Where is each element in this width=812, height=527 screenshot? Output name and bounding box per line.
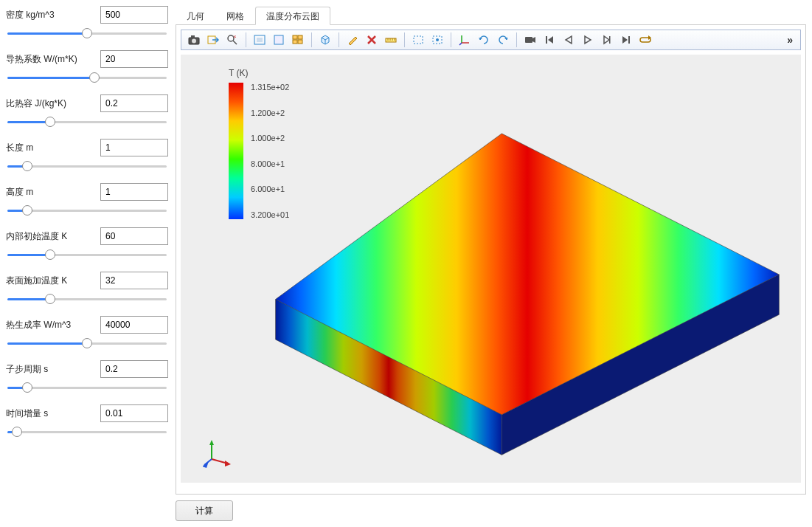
param-label: 表面施加温度 K: [6, 275, 67, 287]
param-group-3: 长度 m: [6, 139, 168, 173]
param-group-1: 导热系数 W/(m*K): [6, 50, 168, 84]
svg-marker-47: [203, 461, 209, 468]
param-group-7: 热生成率 W/m^3: [6, 316, 168, 350]
svg-rect-11: [298, 35, 302, 39]
param-slider[interactable]: [7, 165, 167, 168]
param-input[interactable]: [100, 139, 168, 156]
skip-start-icon[interactable]: [541, 32, 558, 48]
record-icon[interactable]: [522, 32, 538, 48]
svg-rect-8: [257, 38, 263, 42]
svg-point-21: [436, 38, 439, 41]
param-label: 密度 kg/m^3: [6, 9, 55, 21]
svg-marker-31: [566, 36, 572, 44]
param-slider[interactable]: [7, 254, 167, 256]
param-group-5: 内部初始温度 K: [6, 227, 168, 261]
tab-bar: 几何网格温度分布云图: [176, 6, 806, 25]
param-slider[interactable]: [7, 121, 167, 123]
param-label: 子步周期 s: [6, 363, 48, 376]
tab-0[interactable]: 几何: [176, 7, 215, 25]
render-viewport[interactable]: T (K) 1.315e+021.200e+21.000e+28.000e+16…: [181, 55, 801, 483]
svg-point-2: [192, 39, 196, 44]
step-back-icon[interactable]: [561, 32, 577, 48]
tab-2[interactable]: 温度分布云图: [255, 7, 330, 25]
box-icon[interactable]: [271, 32, 287, 48]
param-input[interactable]: [100, 183, 168, 201]
svg-line-24: [459, 43, 462, 45]
play-icon[interactable]: [580, 32, 596, 48]
param-input[interactable]: [100, 6, 168, 24]
select-region-icon[interactable]: [410, 32, 426, 48]
multi-view-icon[interactable]: [290, 32, 306, 48]
loop-icon[interactable]: [637, 32, 653, 48]
rotate-ccw-icon[interactable]: [495, 32, 511, 48]
param-input[interactable]: [100, 316, 168, 334]
svg-rect-9: [274, 35, 283, 44]
param-input[interactable]: [100, 360, 168, 378]
param-slider[interactable]: [7, 431, 167, 433]
visualization-panel: 几何网格温度分布云图 ×» T (K) 1.315e+021.200e+21.0…: [176, 6, 806, 521]
parameter-panel: 密度 kg/m^3导热系数 W/(m*K)比热容 J/(kg*K)长度 m高度 …: [6, 6, 168, 521]
export-icon[interactable]: [205, 32, 221, 48]
select-all-icon[interactable]: [429, 32, 445, 48]
svg-marker-35: [622, 36, 628, 44]
param-group-2: 比热容 J/(kg*K): [6, 94, 168, 128]
param-label: 比热容 J/(kg*K): [6, 97, 66, 110]
tab-1[interactable]: 网格: [215, 7, 255, 25]
param-slider[interactable]: [7, 32, 167, 35]
param-group-6: 表面施加温度 K: [6, 272, 168, 306]
svg-rect-27: [525, 37, 532, 43]
param-slider[interactable]: [7, 210, 167, 212]
param-group-4: 高度 m: [6, 183, 168, 217]
svg-rect-29: [546, 36, 547, 44]
param-input[interactable]: [100, 50, 168, 68]
camera-icon[interactable]: [186, 32, 202, 48]
svg-marker-45: [225, 461, 231, 466]
toolbar-separator: [339, 32, 339, 47]
svg-rect-19: [414, 36, 423, 44]
param-input[interactable]: [100, 404, 168, 422]
param-label: 长度 m: [6, 142, 33, 154]
svg-text:×: ×: [233, 34, 237, 40]
toolbar-separator: [516, 32, 517, 47]
svg-rect-1: [191, 35, 195, 38]
param-label: 高度 m: [6, 186, 33, 199]
svg-marker-33: [604, 36, 609, 44]
param-input[interactable]: [100, 94, 168, 112]
toolbar-separator: [311, 32, 312, 47]
toolbar-separator: [451, 32, 451, 47]
calculate-button[interactable]: 计算: [176, 500, 233, 521]
axes-icon[interactable]: [457, 32, 473, 48]
fit-view-icon[interactable]: [251, 32, 268, 48]
param-input[interactable]: [100, 227, 168, 245]
svg-rect-12: [293, 40, 297, 44]
toolbar-more[interactable]: »: [784, 34, 796, 46]
axes-triad-icon: [203, 438, 232, 468]
param-input[interactable]: [100, 272, 168, 289]
viz-container: ×» T (K) 1.315e+021.200e+21.000e+28.000e…: [176, 25, 806, 495]
param-slider[interactable]: [7, 298, 167, 300]
param-slider[interactable]: [7, 387, 167, 389]
ruler-icon[interactable]: [383, 32, 399, 48]
brush-icon[interactable]: [344, 32, 361, 48]
zoom-reset-icon[interactable]: ×: [224, 32, 240, 48]
param-label: 时间增量 s: [6, 407, 48, 420]
viz-toolbar: ×»: [181, 30, 801, 50]
param-group-0: 密度 kg/m^3: [6, 6, 168, 40]
svg-rect-36: [628, 36, 630, 44]
svg-marker-28: [532, 37, 535, 43]
svg-rect-10: [293, 35, 297, 39]
rotate-cw-icon[interactable]: [476, 32, 492, 48]
skip-end-icon[interactable]: [618, 32, 634, 48]
volume-icon[interactable]: [317, 32, 333, 48]
param-label: 热生成率 W/m^3: [6, 319, 71, 331]
param-slider[interactable]: [7, 77, 167, 79]
model-render: [181, 55, 801, 483]
svg-marker-43: [209, 440, 214, 445]
param-label: 内部初始温度 K: [6, 230, 67, 243]
delete-x-icon[interactable]: [364, 32, 380, 48]
step-forward-icon[interactable]: [599, 32, 615, 48]
toolbar-separator: [404, 32, 405, 47]
svg-marker-32: [585, 36, 591, 44]
param-label: 导热系数 W/(m*K): [6, 53, 77, 66]
param-slider[interactable]: [7, 342, 167, 345]
